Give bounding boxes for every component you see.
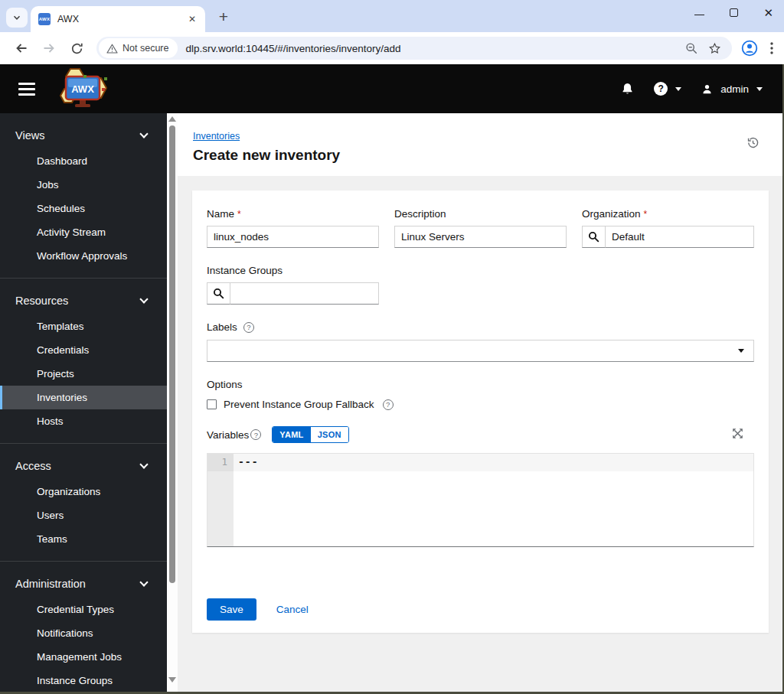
tab-close-icon[interactable]: ✕ <box>185 12 199 26</box>
sidebar-group-views: Views Dashboard Jobs Schedules Activity … <box>0 113 167 279</box>
help-menu[interactable]: ? <box>654 82 681 96</box>
sidebar-item-workflow-approvals[interactable]: Workflow Approvals <box>0 244 167 268</box>
sidebar-group-access: Access Organizations Users Teams <box>0 444 167 562</box>
sidebar-group-label: Resources <box>15 295 68 307</box>
reload-icon <box>70 42 83 55</box>
new-tab-button[interactable]: + <box>214 8 233 26</box>
organization-field-group: Organization* <box>582 208 754 248</box>
profile-avatar-icon[interactable] <box>741 40 758 57</box>
sidebar-scrollbar[interactable] <box>167 113 178 694</box>
zoom-out-icon[interactable] <box>685 42 697 54</box>
help-icon[interactable]: ? <box>243 322 254 333</box>
save-button[interactable]: Save <box>207 598 256 621</box>
sidebar-group-resources-header[interactable]: Resources <box>0 290 167 314</box>
sidebar-item-management-jobs[interactable]: Management Jobs <box>0 645 167 669</box>
back-button[interactable] <box>10 37 33 60</box>
sidebar-nav: Views Dashboard Jobs Schedules Activity … <box>0 113 167 694</box>
organization-label: Organization* <box>582 208 754 220</box>
name-input[interactable] <box>207 226 379 248</box>
editor-code-area[interactable]: --- <box>234 454 753 546</box>
sidebar-item-credential-types[interactable]: Credential Types <box>0 598 167 621</box>
scrollbar-down-arrow[interactable] <box>168 677 176 683</box>
svg-text:AWX: AWX <box>71 83 94 95</box>
browser-menu-icon[interactable] <box>770 42 773 54</box>
page-title: Create new inventory <box>193 147 784 164</box>
sidebar-item-instance-groups[interactable]: Instance Groups <box>0 669 167 692</box>
nav-toggle-button[interactable] <box>18 80 35 99</box>
sidebar-item-organizations[interactable]: Organizations <box>0 480 167 503</box>
user-menu[interactable]: admin <box>701 83 763 95</box>
sidebar-item-users[interactable]: Users <box>0 503 167 527</box>
sidebar-group-administration-header[interactable]: Administration <box>0 573 167 598</box>
sidebar-group-access-header[interactable]: Access <box>0 455 167 480</box>
notifications-bell-icon[interactable] <box>621 82 634 96</box>
variables-editor[interactable]: 1 --- <box>207 453 754 547</box>
tab-search-button[interactable] <box>6 8 28 28</box>
forward-button[interactable] <box>38 37 60 60</box>
sidebar-item-schedules[interactable]: Schedules <box>0 197 167 220</box>
help-icon[interactable]: ? <box>383 399 394 410</box>
json-toggle-button[interactable]: JSON <box>311 427 348 442</box>
sidebar-item-jobs[interactable]: Jobs <box>0 173 167 197</box>
sidebar-item-notifications[interactable]: Notifications <box>0 621 167 645</box>
sidebar-item-activity-stream[interactable]: Activity Stream <box>0 220 167 244</box>
expand-editor-button[interactable] <box>732 428 743 442</box>
labels-select[interactable] <box>207 340 754 362</box>
user-icon <box>701 83 713 95</box>
variables-toolbar: Variables ? YAML JSON <box>207 426 754 443</box>
search-icon <box>213 288 224 299</box>
sidebar-item-inventories[interactable]: Inventories <box>0 386 167 409</box>
options-group: Options Prevent Instance Group Fallback … <box>207 379 754 410</box>
name-field-group: Name* <box>207 208 379 248</box>
chevron-down-icon <box>675 87 681 91</box>
window-minimize-button[interactable] <box>694 15 704 15</box>
organization-search-button[interactable] <box>582 226 606 248</box>
reload-button[interactable] <box>65 37 88 60</box>
security-chip[interactable]: Not secure <box>99 38 178 58</box>
instance-groups-field-group: Instance Groups <box>207 265 754 305</box>
description-input[interactable] <box>394 226 567 248</box>
sidebar-group-administration: Administration Credential Types Notifica… <box>0 562 167 694</box>
sidebar-item-dashboard[interactable]: Dashboard <box>0 149 167 173</box>
chevron-down-icon <box>139 295 148 303</box>
chevron-down-icon <box>738 349 744 353</box>
yaml-toggle-button[interactable]: YAML <box>273 427 310 442</box>
editor-line-content: --- <box>234 454 753 471</box>
instance-groups-input[interactable] <box>230 282 379 305</box>
help-icon: ? <box>654 82 668 96</box>
window-close-button[interactable]: ✕ <box>763 7 773 18</box>
editor-line-number: 1 <box>207 454 234 471</box>
prevent-fallback-checkbox[interactable] <box>207 399 217 409</box>
sidebar-item-projects[interactable]: Projects <box>0 362 167 386</box>
url-text[interactable]: dlp.srv.world:10445/#/inventories/invent… <box>185 43 685 54</box>
sidebar-item-templates[interactable]: Templates <box>0 314 167 338</box>
awx-logo[interactable]: AWX <box>54 67 113 112</box>
help-icon[interactable]: ? <box>250 429 261 440</box>
instance-groups-search-button[interactable] <box>207 282 230 305</box>
editor-gutter: 1 <box>207 454 234 546</box>
header-actions: ? admin <box>621 82 763 96</box>
options-title: Options <box>207 379 754 390</box>
name-label: Name* <box>207 208 379 220</box>
sidebar-item-hosts[interactable]: Hosts <box>0 409 167 433</box>
sidebar-group-views-header[interactable]: Views <box>0 125 167 149</box>
organization-input[interactable] <box>606 226 754 248</box>
browser-tab-awx[interactable]: AWX AWX ✕ <box>31 6 205 32</box>
breadcrumb[interactable]: Inventories <box>193 131 240 142</box>
cancel-button[interactable]: Cancel <box>276 604 309 615</box>
forward-arrow-icon <box>42 41 56 55</box>
scrollbar-thumb[interactable] <box>169 125 175 583</box>
sidebar-item-credentials[interactable]: Credentials <box>0 338 167 362</box>
activity-stream-button[interactable] <box>746 136 760 152</box>
bookmark-star-icon[interactable] <box>708 42 721 55</box>
chevron-down-icon <box>139 578 148 586</box>
history-icon <box>746 136 760 149</box>
address-bar[interactable]: Not secure dlp.srv.world:10445/#/invento… <box>96 37 732 60</box>
window-maximize-button[interactable] <box>730 8 738 17</box>
required-marker: * <box>644 209 648 220</box>
sidebar-group-resources: Resources Templates Credentials Projects… <box>0 279 167 444</box>
sidebar-group-label: Administration <box>15 578 86 590</box>
scrollbar-up-arrow[interactable] <box>168 116 176 122</box>
sidebar-group-label: Access <box>15 460 51 472</box>
sidebar-item-teams[interactable]: Teams <box>0 527 167 551</box>
